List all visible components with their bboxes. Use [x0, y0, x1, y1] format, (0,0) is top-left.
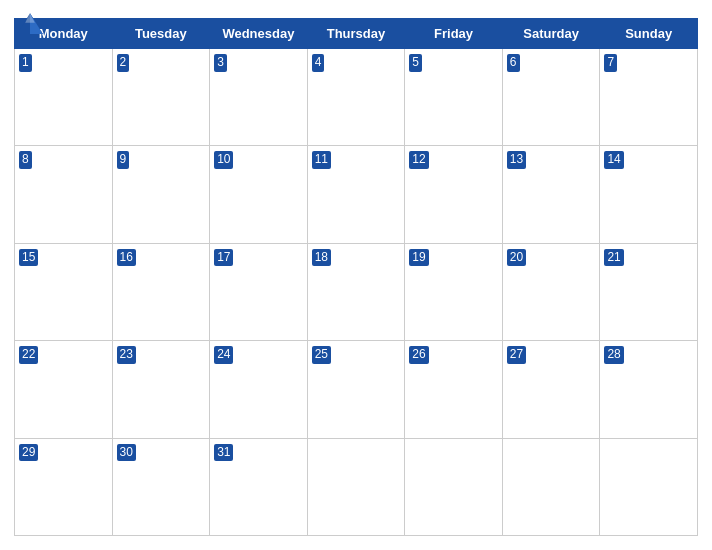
date-number: 24: [214, 346, 233, 364]
col-saturday: Saturday: [502, 19, 600, 49]
calendar-cell: 21: [600, 243, 698, 340]
calendar-cell: 17: [210, 243, 308, 340]
date-number: 25: [312, 346, 331, 364]
calendar-cell: 2: [112, 49, 210, 146]
date-number: 29: [19, 444, 38, 462]
calendar-cell: 1: [15, 49, 113, 146]
date-number: 18: [312, 249, 331, 267]
calendar-cell: [307, 438, 405, 535]
col-friday: Friday: [405, 19, 503, 49]
logo-area: [14, 10, 50, 42]
calendar-body: 1234567891011121314151617181920212223242…: [15, 49, 698, 536]
date-number: 9: [117, 151, 130, 169]
date-number: 15: [19, 249, 38, 267]
calendar-wrapper: Monday Tuesday Wednesday Thursday Friday…: [0, 0, 712, 550]
calendar-cell: 31: [210, 438, 308, 535]
date-number: 14: [604, 151, 623, 169]
calendar-cell: 25: [307, 341, 405, 438]
svg-marker-2: [25, 13, 35, 23]
calendar-cell: 5: [405, 49, 503, 146]
calendar-cell: 20: [502, 243, 600, 340]
date-number: 22: [19, 346, 38, 364]
date-number: 31: [214, 444, 233, 462]
calendar-week-row: 1234567: [15, 49, 698, 146]
col-thursday: Thursday: [307, 19, 405, 49]
calendar-cell: [600, 438, 698, 535]
calendar-cell: 29: [15, 438, 113, 535]
date-number: 17: [214, 249, 233, 267]
calendar-week-row: 293031: [15, 438, 698, 535]
calendar-cell: 23: [112, 341, 210, 438]
date-number: 12: [409, 151, 428, 169]
date-number: 11: [312, 151, 331, 169]
date-number: 30: [117, 444, 136, 462]
calendar-cell: 18: [307, 243, 405, 340]
calendar-cell: [502, 438, 600, 535]
calendar-cell: 30: [112, 438, 210, 535]
date-number: 7: [604, 54, 617, 72]
calendar-week-row: 22232425262728: [15, 341, 698, 438]
calendar-cell: 4: [307, 49, 405, 146]
date-number: 26: [409, 346, 428, 364]
logo-icon: [14, 10, 46, 42]
calendar-header-row: Monday Tuesday Wednesday Thursday Friday…: [15, 19, 698, 49]
date-number: 6: [507, 54, 520, 72]
date-number: 13: [507, 151, 526, 169]
calendar-cell: 8: [15, 146, 113, 243]
col-wednesday: Wednesday: [210, 19, 308, 49]
date-number: 27: [507, 346, 526, 364]
date-number: 8: [19, 151, 32, 169]
calendar-cell: 16: [112, 243, 210, 340]
calendar-cell: 15: [15, 243, 113, 340]
calendar-cell: 6: [502, 49, 600, 146]
calendar-cell: 11: [307, 146, 405, 243]
calendar-cell: 24: [210, 341, 308, 438]
date-number: 20: [507, 249, 526, 267]
calendar-cell: 13: [502, 146, 600, 243]
calendar-cell: 7: [600, 49, 698, 146]
calendar-cell: 14: [600, 146, 698, 243]
weekday-row: Monday Tuesday Wednesday Thursday Friday…: [15, 19, 698, 49]
calendar-week-row: 15161718192021: [15, 243, 698, 340]
calendar-cell: 26: [405, 341, 503, 438]
date-number: 3: [214, 54, 227, 72]
date-number: 2: [117, 54, 130, 72]
calendar-cell: 9: [112, 146, 210, 243]
date-number: 1: [19, 54, 32, 72]
calendar-cell: 10: [210, 146, 308, 243]
calendar-cell: 28: [600, 341, 698, 438]
calendar-week-row: 891011121314: [15, 146, 698, 243]
calendar-cell: 27: [502, 341, 600, 438]
calendar-cell: 3: [210, 49, 308, 146]
date-number: 21: [604, 249, 623, 267]
calendar-cell: [405, 438, 503, 535]
date-number: 16: [117, 249, 136, 267]
date-number: 4: [312, 54, 325, 72]
date-number: 5: [409, 54, 422, 72]
col-sunday: Sunday: [600, 19, 698, 49]
date-number: 19: [409, 249, 428, 267]
svg-marker-1: [30, 13, 43, 34]
date-number: 23: [117, 346, 136, 364]
calendar-cell: 22: [15, 341, 113, 438]
date-number: 10: [214, 151, 233, 169]
col-tuesday: Tuesday: [112, 19, 210, 49]
calendar-table: Monday Tuesday Wednesday Thursday Friday…: [14, 18, 698, 536]
calendar-cell: 19: [405, 243, 503, 340]
calendar-cell: 12: [405, 146, 503, 243]
date-number: 28: [604, 346, 623, 364]
